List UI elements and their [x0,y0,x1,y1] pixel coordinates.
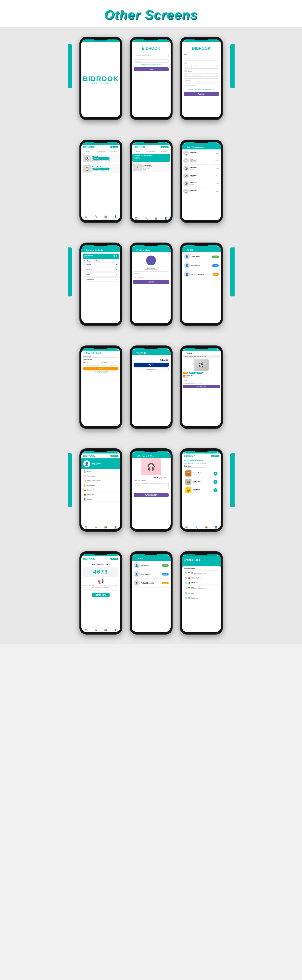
bid-button[interactable]: Bid For 1 [93,157,110,160]
coins-content: 2968 Coins Available Coin Transactions C… [182,458,221,496]
mobile-input[interactable]: Enter your Mobile Number [184,73,219,77]
tab-live[interactable]: LIVE [132,150,145,153]
trans-img: ⚽ [183,173,189,178]
football-auction-screen: 9:41●●● ← Football Auction Ends In: 14d:… [182,348,221,426]
tab-winners[interactable]: WINNERS [107,150,120,153]
trans-coins: 1 Coins [215,175,219,177]
menu-logout[interactable]: 🚪 Logout [81,497,120,502]
screens-grid: 9:41●●● BIDROOK BID • ROOK 9:41●●● BIDRO… [0,27,302,644]
nav-home[interactable]: 🏠Home [81,215,91,220]
nav-orders[interactable]: 📦 [201,526,211,528]
current-bid-amount: $2.96 [183,376,220,378]
nav-orders[interactable]: 📦 [151,217,161,220]
edit-profile-link[interactable]: Edit Profile [92,464,101,466]
nav-orders[interactable]: 📦Orders [101,215,110,220]
tab-upcoming[interactable]: UPCOMING [145,150,158,153]
app-logo: BIDROOK [83,146,95,148]
register-button[interactable]: Register [184,92,219,96]
stripe-label: Stripe [86,274,90,275]
menu-about[interactable]: 🏠 About [81,469,120,474]
payment-card[interactable]: 💳 Card Visa, Mastercard, and 4 others [184,570,219,575]
auction-back[interactable]: ← Football [183,352,220,355]
nav-profile[interactable]: 👤 [161,217,171,220]
cvc-input[interactable] [101,364,118,366]
update-button[interactable]: UPDATE [133,280,169,284]
select-method-label: Select Payment Method [83,260,119,262]
coin-transactions-link[interactable]: Coin Transactions [184,463,195,464]
nav-profile[interactable]: 👤 [110,629,120,632]
referral-desc2: Your Friend also gets Free Coins for sig… [83,589,118,591]
stripe-icon: S [116,274,117,275]
nav-profile[interactable]: 👤 [211,526,221,528]
tab-bar: LIVE UPCOMING WINNERS [132,150,171,153]
mobile-input[interactable]: Registered Mobile Number [134,54,169,57]
menu-how-to-play[interactable]: ❓ How to play [81,474,120,479]
coin-purchases-link[interactable]: Coin Purchases [197,463,206,464]
paypal-button[interactable]: Pay Pal [134,363,169,367]
name-input[interactable]: Your Name [184,57,219,60]
tab-bar: LIVE UPCOMING WINNERS [81,150,120,153]
nav-home[interactable]: 🏠 [81,526,91,528]
payment-upi[interactable]: 📱 UPI: PayEze [184,581,219,585]
register-content: BIDROOK Name Your Name Email youremail@e… [182,42,221,98]
email-input[interactable]: youremail@email.com [184,65,219,68]
nav-search[interactable]: 🔍 [192,526,201,528]
nav-home[interactable]: 🏠 [182,526,192,528]
payment-razorpay[interactable]: ○ Razorpay R [83,267,119,272]
nav-profile[interactable]: 👤Profile [110,215,120,220]
silver-buy-button[interactable]: + [214,480,217,484]
login-button[interactable]: Login [134,67,169,71]
pack-price: £ 1 [184,561,219,564]
phone-notch [194,346,209,349]
payment-card-2[interactable]: 💳 Card Mastercard Debit and 4 others [184,585,219,590]
tab-winners[interactable]: WINNERS [158,150,171,153]
bid-count: 4 Bids [212,256,219,258]
gold-buy-button[interactable]: + [214,488,217,492]
bronze-buy-button[interactable]: + [214,472,217,476]
menu-order-history[interactable]: 📋 Check Order History [81,479,120,483]
bid-button[interactable]: Bid For 2 [93,167,110,170]
old-password-input[interactable]: Old Password [133,275,169,279]
expiry-input[interactable] [83,364,101,366]
payment-upi-2[interactable]: 🔗 UPI [184,591,219,595]
payment-netbanking[interactable]: 🏦 NetBanking [184,596,219,600]
nav-search[interactable]: 🔍 [91,526,101,528]
place-order-button[interactable]: PLACE ORDER [134,493,169,497]
nav-home[interactable]: 🏠 [132,217,141,220]
nav-profile[interactable]: 👤 [110,526,120,528]
nav-search[interactable]: 🔍 [141,217,151,220]
refer-now-button[interactable]: REFER NOW [92,593,110,597]
payment-flutterwave[interactable]: ○ Flutterwave ✦ [83,277,119,282]
tab-live[interactable]: LIVE [81,150,94,153]
nav-search[interactable]: 🔍 [91,629,101,632]
password-input[interactable]: Password [184,78,219,82]
card-2-icon: 💳 [188,587,190,589]
gold-pack: 📦 Gold Pack 100 Coins + [184,486,219,495]
menu-privacy[interactable]: 🔒 Privacy Policy [81,483,120,488]
signup-link[interactable]: Don't have an account? Sign Up Now [141,64,161,65]
menu-share[interactable]: 📤 Share App [81,492,120,497]
payment-stripe[interactable]: ○ Stripe S [83,272,119,277]
username-input[interactable]: Username [133,272,169,275]
nav-orders[interactable]: 📦 [101,526,110,528]
confirm-password-input[interactable]: Confirm Password [184,84,219,87]
nav-search[interactable]: 🔍Search [91,215,101,220]
payment-wallet[interactable]: 👛 Wallet: PayEase [184,576,219,580]
nav-orders[interactable]: 📦 [101,629,110,632]
app-header: BIDROOK ⭐2968 [132,145,171,150]
password-input[interactable]: password [134,59,169,63]
trans-item: Smart Watch [190,191,214,192]
bid-input[interactable]: $1.00 [183,379,220,382]
bid-info: Winning Bid: $3.9606 April 2022Auction [143,166,152,170]
card-number-input[interactable]: Card Number [83,358,118,361]
submit-bid-button[interactable]: SUBMIT BID [183,385,220,388]
phone-notch [93,346,108,349]
address-input[interactable]: Enter the address where you want the par… [134,482,169,490]
menu-contact[interactable]: 📞 Contact Us [81,488,120,492]
pay-button[interactable]: PAY [83,367,118,371]
nav-home[interactable]: 🏠 [81,629,91,632]
pay-with-card-button[interactable]: Pay with Card [134,368,169,371]
card-expiry-row: Date TTL CVC/CVD [83,361,118,366]
tab-upcoming[interactable]: UPCOMING [94,150,107,153]
payment-paypal[interactable]: ○ PayPal P [83,262,119,267]
